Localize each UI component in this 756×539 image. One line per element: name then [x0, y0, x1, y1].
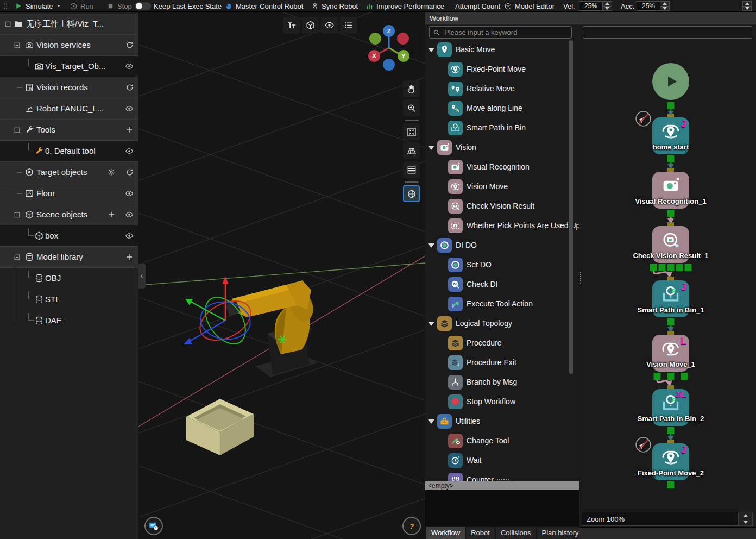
eye-icon[interactable]: [125, 104, 134, 113]
graph-zoom-control[interactable]: Zoom 100%: [582, 512, 753, 526]
collapse-box[interactable]: [4, 21, 11, 28]
display-list-button[interactable]: [340, 17, 357, 34]
refresh-icon[interactable]: [125, 168, 134, 177]
workflow-step-execute-tool-action[interactable]: Execute Tool Action: [425, 294, 572, 314]
master-control-button[interactable]: Master-Control Robot: [225, 0, 303, 12]
collapse-box[interactable]: [14, 42, 21, 49]
workflow-step-fixed-point-move[interactable]: Fixed-Point Move: [425, 60, 572, 79]
viewport-3d[interactable]: Z X Y ?: [138, 12, 425, 539]
sidebar-item-target-objects[interactable]: Target objects: [0, 162, 138, 183]
tab-robot[interactable]: Robot: [466, 527, 495, 539]
gear-icon[interactable]: [107, 168, 116, 177]
workflow-step-change-tool[interactable]: Change Tool: [425, 431, 572, 451]
sidebar-item-model-library[interactable]: Model library: [0, 247, 138, 268]
workflow-step-stop-workflow[interactable]: Stop Workflow: [425, 392, 572, 412]
workflow-search[interactable]: [429, 26, 572, 39]
workflow-step-relative-move[interactable]: Relative Move: [425, 79, 572, 99]
improve-performance-button[interactable]: Improve Performance: [366, 0, 444, 12]
tab-collisions[interactable]: Collisions: [496, 527, 536, 539]
workflow-step-move-along-line[interactable]: Move along Line: [425, 99, 572, 118]
eye-icon[interactable]: [125, 189, 134, 198]
run-button[interactable]: Run: [70, 0, 93, 12]
sidebar-item-box[interactable]: box: [0, 225, 138, 247]
text-display-button[interactable]: [283, 17, 300, 34]
caret-down-icon[interactable]: [428, 322, 434, 326]
workflow-step-utilities[interactable]: Utilities: [425, 412, 572, 431]
workflow-scrollbar[interactable]: [569, 40, 573, 374]
refresh-icon[interactable]: [125, 41, 134, 49]
sidebar-item-vision-services[interactable]: Vision services: [0, 35, 138, 56]
plus-icon[interactable]: [107, 210, 116, 219]
workflow-step-check-vision-result[interactable]: Check Vision Result: [425, 197, 572, 216]
workflow-step-wait[interactable]: Wait: [425, 451, 572, 471]
sidebar-item-stl[interactable]: STL: [0, 289, 138, 310]
triad-minus-y[interactable]: [369, 33, 381, 45]
pan-tool-button[interactable]: [403, 80, 420, 97]
collapse-box[interactable]: [14, 127, 21, 134]
extra-down-button[interactable]: [743, 7, 751, 11]
orbit-view-button[interactable]: [403, 185, 420, 202]
stop-button[interactable]: Stop: [106, 0, 132, 12]
velocity-down-button[interactable]: [603, 7, 612, 11]
extra-up-button[interactable]: [743, 2, 751, 7]
workflow-step-set-do[interactable]: Set DO: [425, 255, 572, 275]
caret-down-icon[interactable]: [428, 146, 434, 150]
sidebar-item-tools[interactable]: Tools: [0, 120, 138, 141]
node-smart-path-in-bin-1[interactable]: JSmart Path in Bin_1: [652, 280, 689, 317]
node-fixed-point-move-2[interactable]: JFixed-Point Move_2: [652, 443, 689, 480]
node-check-vision-result-1[interactable]: Check Vision Result_1: [652, 226, 689, 263]
no-entry-icon[interactable]: [635, 110, 652, 127]
simulate-dropdown-icon[interactable]: [56, 3, 61, 9]
acceleration-input[interactable]: [637, 1, 660, 11]
sidebar-item-floor[interactable]: Floor: [0, 183, 138, 204]
caret-down-icon[interactable]: [428, 419, 434, 424]
workflow-step-procedure-exit[interactable]: Procedure Exit: [425, 353, 572, 373]
panel-divider-handle[interactable]: [580, 272, 581, 284]
triad-minus-z[interactable]: [383, 59, 395, 71]
table-view-button[interactable]: [403, 161, 420, 178]
sidebar-item-vision-records[interactable]: Vision records: [0, 77, 138, 98]
ground-grid-button[interactable]: [403, 142, 420, 159]
zoom-up-button[interactable]: [739, 512, 752, 519]
help-button[interactable]: ?: [402, 517, 421, 535]
toggle-switch[interactable]: [135, 2, 151, 10]
caret-down-icon[interactable]: [428, 243, 434, 248]
search-input[interactable]: [443, 28, 568, 37]
plus-icon[interactable]: [125, 253, 134, 261]
sync-robot-button[interactable]: Sync Robot: [311, 0, 358, 12]
eye-icon[interactable]: [125, 62, 134, 71]
node-smart-path-in-bin-2[interactable]: J/LSmart Path in Bin_2: [652, 389, 689, 426]
caret-down-icon[interactable]: [428, 48, 434, 52]
sidebar-item-vis-target-ob[interactable]: Vis_Target_Ob...: [0, 56, 138, 77]
acceleration-spinner[interactable]: [637, 0, 670, 12]
sidebar-item-obj[interactable]: OBJ: [0, 268, 138, 289]
workflow-step-di-do[interactable]: DI DO: [425, 236, 572, 255]
notification-button[interactable]: [144, 517, 163, 535]
workflow-step-vision-move[interactable]: Vision Move: [425, 177, 572, 197]
sidebar-collapse-handle[interactable]: [138, 264, 146, 289]
workflow-step-basic-move[interactable]: Basic Move: [425, 40, 572, 60]
node-home-start[interactable]: Jhome start: [652, 117, 689, 154]
collapse-box[interactable]: [14, 211, 21, 218]
orientation-triad[interactable]: Z X Y: [368, 25, 410, 71]
model-display-button[interactable]: [302, 17, 319, 34]
workflow-step-whether-pick-points-are-used-up[interactable]: Whether Pick Points Are Used Up: [425, 216, 572, 236]
workflow-step-logical-topology[interactable]: Logical Topology: [425, 314, 572, 334]
sidebar-item-scene-objects[interactable]: Scene objects: [0, 204, 138, 225]
empty-selection-row[interactable]: <empty>: [425, 481, 579, 490]
workflow-start-button[interactable]: [652, 63, 689, 100]
attempt-count-button[interactable]: Attempt Count: [455, 0, 500, 12]
refresh-icon[interactable]: [125, 83, 134, 92]
workflow-step-smart-path-in-bin[interactable]: Smart Path in Bin: [425, 118, 572, 138]
acceleration-up-button[interactable]: [660, 2, 669, 7]
workflow-step-procedure[interactable]: Procedure: [425, 334, 572, 353]
collapse-box[interactable]: [14, 254, 21, 261]
simulate-button[interactable]: Simulate: [14, 0, 61, 12]
velocity-spinner[interactable]: [579, 0, 612, 12]
graph-header-field[interactable]: [583, 26, 752, 39]
fit-view-button[interactable]: [403, 123, 420, 140]
visibility-button[interactable]: [321, 17, 338, 34]
plus-icon[interactable]: [125, 126, 134, 134]
tab-plan-history[interactable]: Plan history: [537, 527, 579, 539]
model-editor-button[interactable]: Model Editor: [504, 0, 555, 12]
